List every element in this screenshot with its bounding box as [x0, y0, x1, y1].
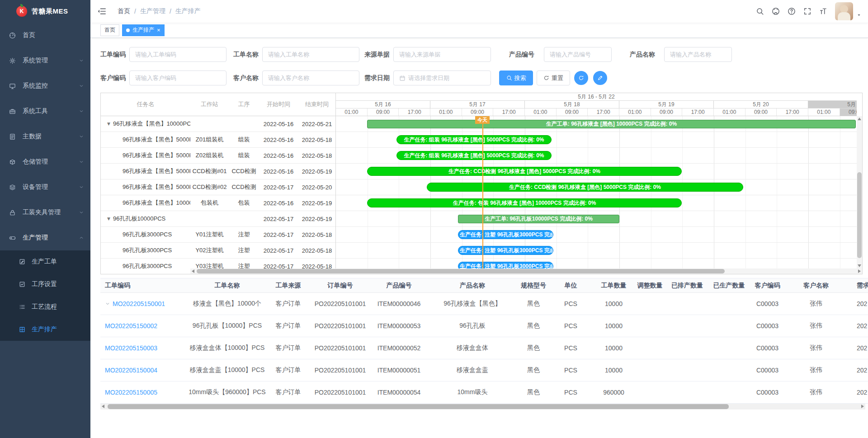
sidebar-item-equipment[interactable]: 设备管理 [0, 174, 90, 200]
search-icon [756, 7, 764, 15]
tree-expand-arrow[interactable]: ▼ [107, 122, 110, 126]
sidebar-item-system-monitor[interactable]: 系统监控 [0, 73, 90, 99]
orders-cell: 张伟 [784, 322, 848, 330]
sidebar-item-tooling-fixture[interactable]: 工装夹具管理 [0, 200, 90, 225]
reset-button-label: 重置 [552, 74, 563, 82]
edit-schedule-button[interactable] [593, 71, 607, 85]
breadcrumb-item[interactable]: 首页 [118, 7, 130, 15]
horizontal-scroll-thumb[interactable] [197, 269, 725, 273]
sidebar-item-home[interactable]: 首页 [0, 23, 90, 48]
gantt-grid-row[interactable]: 96孔移液盒【黑色】5000PCSCCD检测#01CCD检测2022-05-16… [101, 164, 335, 179]
需求日期-input[interactable]: 请选择需求日期 [393, 71, 491, 85]
timeline-hour-cell: 01:00 [714, 108, 745, 116]
work-order-link[interactable]: MO202205150001 [113, 300, 165, 307]
scroll-left-arrow[interactable] [192, 269, 194, 273]
sidebar-item-process-setting[interactable]: 工序设置 [0, 273, 90, 296]
workstation-cell: CCD检测#02 [190, 183, 229, 191]
orders-header-cell: 规格型号 [520, 282, 547, 290]
工单编码-input[interactable]: 请输入工单编码 [129, 47, 226, 62]
gantt-bar-blue[interactable]: 生产任务: 注塑 96孔孔板3000PCS 完成比例: 0% [458, 230, 553, 239]
logo[interactable]: K 苦糖果MES [0, 0, 90, 23]
work-order-link[interactable]: MO202205150005 [105, 389, 157, 396]
chevron-down-icon [79, 58, 84, 63]
scroll-up-arrow[interactable] [858, 118, 861, 120]
gantt-bar-task[interactable]: 生产任务: 组装 96孔移液盒 [黑色] 5000PCS 完成比例: 0% [396, 135, 552, 144]
reset-button[interactable]: 重置 [537, 71, 570, 85]
orders-header-cell: 需求日期 [848, 282, 868, 290]
来源单据-input[interactable]: 请输入来源单据 [393, 47, 491, 62]
gantt-grid-row[interactable]: 96孔移液盒【黑色】5000PCSCCD检测#02CCD检测2022-05-17… [101, 179, 335, 195]
gantt-bar-task[interactable]: 生产任务: CCD检测 96孔移液盒 [黑色] 5000PCS 完成比例: 0% [427, 183, 743, 192]
gantt-grid-row[interactable]: 96孔孔板3000PCSY02注塑机注塑2022-05-172022-05-18 [101, 243, 335, 259]
search-button[interactable]: 搜索 [499, 71, 533, 85]
avatar[interactable] [835, 2, 853, 20]
gantt-chart-row: 生产任务: CCD检测 96孔移液盒 [黑色] 5000PCS 完成比例: 0% [336, 164, 857, 179]
gantt-chart-row: 生产任务: 注塑 96孔孔板3000PCS 完成比例: 0% [336, 227, 857, 243]
calendar-icon [399, 75, 406, 81]
timeline-hour-cell: 17:00 [777, 108, 808, 116]
sidebar-item-warehouse[interactable]: 仓储管理 [0, 149, 90, 174]
orders-header-cell: 单位 [547, 282, 594, 290]
tab-首页[interactable]: 首页 [100, 24, 119, 36]
github-icon [772, 7, 780, 15]
sidebar-item-production-scheduling[interactable]: 生产排产 [0, 318, 90, 341]
sidebar-item-process-flow[interactable]: 工艺流程 [0, 296, 90, 318]
客户名称-input[interactable]: 请输入客户名称 [262, 71, 359, 85]
orders-cell: 960000 [594, 389, 633, 396]
sidebar-item-label: 生产排产 [32, 325, 57, 334]
close-icon[interactable]: × [157, 27, 160, 33]
scroll-right-arrow[interactable] [861, 405, 864, 408]
scroll-right-arrow[interactable] [858, 269, 861, 273]
scroll-down-arrow[interactable] [858, 264, 861, 267]
gantt-bar-blue[interactable]: 生产任务: 注塑 96孔孔板3000PCS 完成比例: 0% [458, 246, 553, 255]
gantt-grid-row[interactable]: 96孔孔板3000PCSY01注塑机注塑2022-05-172022-05-18 [101, 227, 335, 243]
gantt-bar-blue[interactable]: 生产任务: 注塑 96孔孔板3000PCS 完成比例: 0% [458, 262, 553, 268]
breadcrumb-item[interactable]: 生产管理 [140, 7, 165, 15]
orders-cell: 移液盒盒盖【10000】PCS [185, 366, 269, 374]
work-order-link[interactable]: MO202205150004 [105, 367, 157, 374]
horizontal-scroll-thumb[interactable] [108, 404, 729, 409]
task-name-cell: 96孔孔板3000PCS [101, 246, 190, 254]
gantt-grid-row[interactable]: 96孔孔板3000PCSY03注塑机注塑2022-05-172022-05-18 [101, 259, 335, 268]
产品编号-input[interactable]: 请输入产品编号 [544, 47, 612, 62]
工单名称-input[interactable]: 请输入工单名称 [262, 47, 359, 62]
sidebar-item-system-admin[interactable]: 系统管理 [0, 48, 90, 73]
scroll-left-arrow[interactable] [102, 405, 104, 408]
breadcrumb-item[interactable]: 生产排产 [175, 7, 201, 15]
gantt-bar-task[interactable]: 生产任务: CCD检测 96孔移液盒 [黑色] 5000PCS 完成比例: 0% [367, 167, 682, 176]
chevron-down-icon [79, 159, 84, 165]
客户编码-input[interactable]: 请输入客户编码 [129, 71, 226, 85]
work-order-link[interactable]: MO202205150003 [105, 344, 157, 352]
gantt-grid-row[interactable]: ▼96孔移液盒【黑色】10000PCS2022-05-162022-05-21 [101, 116, 335, 132]
gantt-horizontal-scrollbar[interactable] [190, 268, 862, 274]
end-cell: 2022-05-19 [298, 200, 336, 207]
gantt-bar-task[interactable]: 生产任务: 包装 96孔移液盒 [黑色] 10000PCS 完成比例: 0% [367, 198, 682, 207]
orders-row: MO20220515000296孔孔板【10000】PCS客户订单PO20220… [100, 315, 868, 337]
orders-horizontal-scrollbar[interactable] [100, 404, 865, 410]
gantt-grid-row[interactable]: 96孔移液盒【黑色】5000PCSZ02组装机组装2022-05-162022-… [101, 148, 335, 164]
monitor-icon [9, 83, 16, 89]
orders-cell: 10000 [594, 344, 633, 352]
sidebar-item-production[interactable]: 生产管理 [0, 225, 90, 250]
sync-schedule-button[interactable] [574, 71, 588, 85]
sidebar-fold-icon[interactable] [97, 7, 106, 16]
orders-cell: 客户订单 [269, 344, 307, 352]
timeline-day-cell: 5月 19 [619, 101, 714, 108]
gantt-bar-task[interactable]: 生产任务: 组装 96孔移液盒 [黑色] 5000PCS 完成比例: 0% [396, 151, 552, 160]
gantt-grid-row[interactable]: 96孔移液盒【黑色】10000PCS包装机包装2022-05-162022-05… [101, 195, 335, 211]
vertical-scroll-thumb[interactable] [857, 172, 862, 258]
gantt-bar-project[interactable]: 生产工单: 96孔移液盒 [黑色] 10000PCS 完成比例: 0% [367, 120, 856, 128]
产品名称-input[interactable]: 请输入产品名称 [664, 47, 732, 62]
sidebar-item-system-tools[interactable]: 系统工具 [0, 99, 90, 124]
gantt-bar-text: 生产任务: 组装 96孔移液盒 [黑色] 5000PCS 完成比例: 0% [404, 152, 544, 160]
tab-生产排产[interactable]: 生产排产× [122, 24, 165, 36]
orders-cell: 96孔孔板 [425, 322, 520, 330]
gantt-vertical-scrollbar[interactable] [857, 116, 862, 268]
sidebar-item-work-order[interactable]: 生产工单 [0, 250, 90, 273]
sidebar-item-master-data[interactable]: 主数据 [0, 124, 90, 149]
tree-expand-arrow[interactable]: ▼ [107, 217, 110, 221]
gantt-grid-row[interactable]: ▼96孔孔板10000PCS2022-05-172022-05-19 [101, 211, 335, 227]
task-name-cell: 96孔移液盒【黑色】5000PCS [101, 183, 190, 191]
gantt-grid-row[interactable]: 96孔移液盒【黑色】5000PCSZ01组装机组装2022-05-162022-… [101, 132, 335, 148]
work-order-link[interactable]: MO202205150002 [105, 322, 157, 330]
